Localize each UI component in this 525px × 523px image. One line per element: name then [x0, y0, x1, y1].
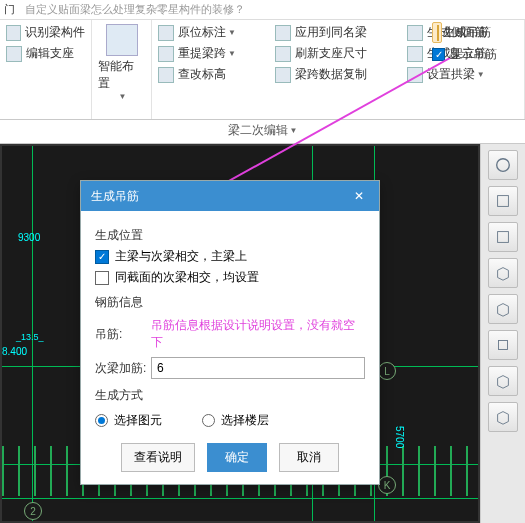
- svg-rect-3: [499, 341, 508, 350]
- dialog-title: 生成吊筋: [91, 188, 139, 205]
- radio-select-floor[interactable]: 选择楼层: [202, 412, 269, 429]
- opt-main-secondary[interactable]: 主梁与次梁相交，主梁上: [95, 248, 365, 265]
- dim-5700: 5700: [394, 426, 405, 448]
- label-stirrup: 吊筋:: [95, 326, 151, 343]
- btn-help[interactable]: 查看说明: [121, 443, 195, 472]
- radio-icon: [95, 414, 108, 427]
- btn-orig-label[interactable]: 原位标注▼: [158, 24, 267, 41]
- edit-icon: [6, 46, 22, 62]
- tool-cube-1[interactable]: [488, 186, 518, 216]
- dialog-gen-stirrup: 生成吊筋 ✕ 生成位置 主梁与次梁相交，主梁上 同截面的次梁相交，均设置 钢筋信…: [80, 180, 380, 485]
- svg-rect-2: [498, 232, 509, 243]
- smart-layout-icon: [106, 24, 138, 56]
- checkbox-icon: [95, 271, 109, 285]
- dim-9300: 9300: [18, 232, 40, 243]
- section-position: 生成位置: [95, 227, 365, 244]
- dialog-header[interactable]: 生成吊筋 ✕: [81, 181, 379, 211]
- tool-cube-3[interactable]: [488, 258, 518, 288]
- btn-refresh-support[interactable]: 刷新支座尺寸: [275, 45, 398, 62]
- section-rebar: 钢筋信息: [95, 294, 365, 311]
- chevron-down-icon: ▼: [290, 126, 298, 135]
- checkbox-icon: [95, 250, 109, 264]
- input-extra[interactable]: [151, 357, 365, 379]
- tool-orbit[interactable]: [488, 150, 518, 180]
- btn-edit-support[interactable]: 编辑支座: [6, 45, 85, 62]
- axis-k: K: [378, 476, 396, 494]
- dim-135: _13.5_: [16, 332, 44, 342]
- btn-gen-stirrup[interactable]: 生成吊筋: [432, 22, 442, 43]
- btn-copy-span[interactable]: 梁跨数据复制: [275, 66, 398, 83]
- chk-show-stirrup[interactable]: 显示吊筋: [432, 46, 497, 63]
- svg-point-0: [497, 159, 510, 172]
- title-name: 门: [4, 2, 15, 17]
- chevron-down-icon: ▼: [119, 92, 127, 101]
- ribbon: 识别梁构件 编辑支座 智能布置 ▼ 原位标注▼ 应用到同名梁 生成侧面筋 重提梁…: [0, 20, 525, 120]
- identify-icon: [6, 25, 21, 41]
- btn-cancel[interactable]: 取消: [279, 443, 339, 472]
- tool-cube-5[interactable]: [488, 366, 518, 396]
- checkbox-icon: [432, 48, 445, 61]
- view-tools: [480, 144, 525, 523]
- section-method: 生成方式: [95, 387, 365, 404]
- tool-square[interactable]: [488, 330, 518, 360]
- title-question: 自定义贴面梁怎么处理复杂零星构件的装修？: [25, 2, 245, 17]
- axis-l: L: [378, 362, 396, 380]
- radio-select-element[interactable]: 选择图元: [95, 412, 162, 429]
- dim-8400: 8.400: [2, 346, 27, 357]
- close-icon[interactable]: ✕: [349, 187, 369, 205]
- ribbon-tab[interactable]: 梁二次编辑 ▼: [0, 120, 525, 144]
- tool-cube-6[interactable]: [488, 402, 518, 432]
- btn-identify-beam[interactable]: 识别梁构件: [6, 24, 85, 41]
- svg-rect-1: [498, 196, 509, 207]
- tool-cube-4[interactable]: [488, 294, 518, 324]
- axis-2: 2: [24, 502, 42, 520]
- btn-check-elev[interactable]: 查改标高: [158, 66, 267, 83]
- tool-cube-2[interactable]: [488, 222, 518, 252]
- btn-smart-layout[interactable]: 智能布置 ▼: [98, 24, 145, 101]
- label-extra: 次梁加筋:: [95, 360, 151, 377]
- opt-same-section[interactable]: 同截面的次梁相交，均设置: [95, 269, 365, 286]
- btn-set-arch[interactable]: 设置拱梁▼: [407, 66, 518, 83]
- radio-icon: [202, 414, 215, 427]
- btn-respan[interactable]: 重提梁跨▼: [158, 45, 267, 62]
- annotation-hint: 吊筋信息根据设计说明设置，没有就空下: [151, 317, 365, 351]
- btn-apply-same[interactable]: 应用到同名梁: [275, 24, 398, 41]
- title-bar: 门 自定义贴面梁怎么处理复杂零星构件的装修？: [0, 0, 525, 20]
- btn-ok[interactable]: 确定: [207, 443, 267, 472]
